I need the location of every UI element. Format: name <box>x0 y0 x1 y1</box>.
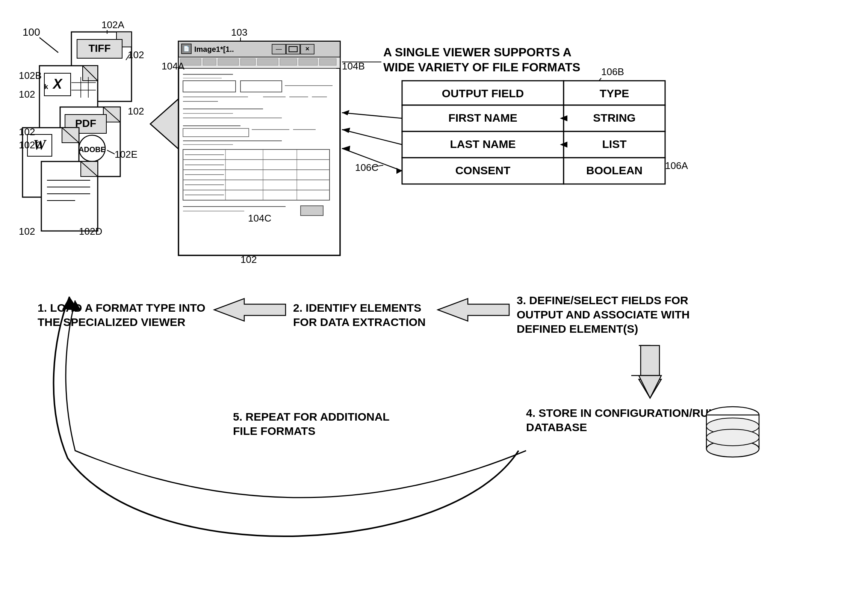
svg-marker-141 <box>342 128 350 133</box>
svg-text:4.  STORE IN CONFIGURATION/RUL: 4. STORE IN CONFIGURATION/RULE <box>526 407 723 419</box>
svg-rect-1 <box>71 32 132 101</box>
svg-marker-161 <box>631 376 661 398</box>
svg-line-3 <box>116 32 132 47</box>
svg-rect-41 <box>41 161 98 231</box>
svg-rect-37 <box>28 135 52 156</box>
svg-text:102: 102 <box>19 126 35 138</box>
svg-text:W: W <box>33 137 47 153</box>
svg-text:1.  LOAD A FORMAT TYPE INTO: 1. LOAD A FORMAT TYPE INTO <box>37 302 206 314</box>
svg-rect-72 <box>299 59 318 65</box>
svg-rect-59 <box>272 44 285 54</box>
svg-text:k: k <box>44 83 48 91</box>
svg-text:LIST: LIST <box>602 138 627 150</box>
svg-rect-65 <box>178 57 340 68</box>
svg-rect-73 <box>319 59 336 65</box>
svg-text:Image1*[1..: Image1*[1.. <box>194 45 234 53</box>
svg-rect-137 <box>564 131 665 158</box>
svg-text:—: — <box>276 46 282 52</box>
svg-line-133 <box>342 113 402 118</box>
svg-marker-149 <box>397 168 402 174</box>
svg-text:FOR DATA EXTRACTION: FOR DATA EXTRACTION <box>293 316 426 328</box>
svg-marker-2 <box>116 32 132 47</box>
svg-rect-70 <box>257 59 278 65</box>
svg-text:DEFINED ELEMENT(S): DEFINED ELEMENT(S) <box>517 323 638 335</box>
svg-rect-130 <box>564 105 665 131</box>
svg-text:FILE FORMATS: FILE FORMATS <box>233 425 315 437</box>
svg-marker-135 <box>560 115 567 121</box>
svg-rect-67 <box>203 59 216 65</box>
svg-text:A SINGLE VIEWER SUPPORTS A: A SINGLE VIEWER SUPPORTS A <box>383 45 572 59</box>
diagram-container: 100 TIFF 102A X k 102B 102 <box>0 0 868 611</box>
svg-rect-80 <box>183 81 236 92</box>
svg-line-11 <box>83 66 98 81</box>
svg-line-120 <box>597 78 601 83</box>
svg-rect-12 <box>44 73 71 96</box>
svg-marker-152 <box>214 299 285 321</box>
svg-rect-126 <box>564 81 665 105</box>
svg-text:3.  DEFINE/SELECT FIELDS FOR: 3. DEFINE/SELECT FIELDS FOR <box>517 294 688 306</box>
svg-line-0 <box>39 37 58 53</box>
svg-text:104B: 104B <box>342 60 365 72</box>
svg-text:104C: 104C <box>248 213 271 224</box>
svg-text:102: 102 <box>240 254 257 265</box>
svg-rect-160 <box>641 345 659 376</box>
svg-rect-61 <box>286 44 300 54</box>
svg-text:102C: 102C <box>19 139 42 151</box>
svg-text:102: 102 <box>19 226 35 237</box>
svg-rect-56 <box>181 44 191 54</box>
svg-text:5.  REPEAT FOR ADDITIONAL: 5. REPEAT FOR ADDITIONAL <box>233 410 390 423</box>
svg-marker-148 <box>342 146 350 152</box>
svg-text:OUTPUT AND ASSOCIATE WITH: OUTPUT AND ASSOCIATE WITH <box>517 308 690 321</box>
svg-marker-42 <box>81 161 98 176</box>
svg-marker-171 <box>71 300 81 312</box>
svg-point-168 <box>707 429 759 446</box>
svg-rect-71 <box>280 59 297 65</box>
svg-marker-134 <box>342 110 349 115</box>
svg-rect-165 <box>707 415 759 449</box>
svg-rect-27 <box>65 114 106 133</box>
svg-text:102A: 102A <box>101 19 124 31</box>
svg-text:102: 102 <box>128 49 144 60</box>
svg-point-30 <box>79 135 105 161</box>
svg-text:102: 102 <box>128 105 144 117</box>
svg-marker-159 <box>639 345 661 398</box>
svg-rect-66 <box>180 59 201 65</box>
svg-marker-51 <box>150 94 225 154</box>
svg-marker-142 <box>560 142 567 148</box>
svg-text:102B: 102B <box>19 70 42 81</box>
svg-text:102: 102 <box>19 89 35 100</box>
svg-text:LAST NAME: LAST NAME <box>450 138 516 150</box>
svg-rect-54 <box>178 41 340 255</box>
svg-text:2.  IDENTIFY ELEMENTS: 2. IDENTIFY ELEMENTS <box>293 302 421 314</box>
svg-text:📄: 📄 <box>183 45 190 52</box>
svg-text:TYPE: TYPE <box>600 87 629 99</box>
svg-marker-35 <box>62 128 79 143</box>
svg-rect-81 <box>240 81 282 92</box>
svg-text:OUTPUT FIELD: OUTPUT FIELD <box>442 87 524 99</box>
svg-line-26 <box>103 107 120 122</box>
svg-text:WIDE VARIETY OF FILE FORMATS: WIDE VARIETY OF FILE FORMATS <box>383 60 580 74</box>
svg-rect-55 <box>178 41 340 57</box>
svg-text:PDF: PDF <box>75 118 96 129</box>
svg-rect-92 <box>183 128 249 137</box>
svg-text:102E: 102E <box>115 149 138 160</box>
svg-point-167 <box>707 418 759 435</box>
svg-rect-34 <box>23 128 79 197</box>
svg-rect-24 <box>60 107 120 176</box>
svg-rect-144 <box>564 158 665 184</box>
svg-text:THE SPECIALIZED VIEWER: THE SPECIALIZED VIEWER <box>37 316 186 328</box>
svg-line-43 <box>81 161 98 176</box>
svg-rect-5 <box>77 39 122 58</box>
svg-line-122 <box>659 161 665 165</box>
ref-100: 100 <box>23 26 40 38</box>
svg-text:TIFF: TIFF <box>88 42 110 54</box>
svg-point-166 <box>707 441 759 457</box>
svg-line-36 <box>62 128 79 143</box>
svg-rect-68 <box>218 59 239 65</box>
svg-rect-9 <box>39 66 98 135</box>
svg-text:106A: 106A <box>665 160 688 171</box>
svg-marker-155 <box>438 299 509 321</box>
svg-point-164 <box>707 407 759 423</box>
svg-line-33 <box>107 150 115 154</box>
svg-rect-143 <box>402 158 564 184</box>
